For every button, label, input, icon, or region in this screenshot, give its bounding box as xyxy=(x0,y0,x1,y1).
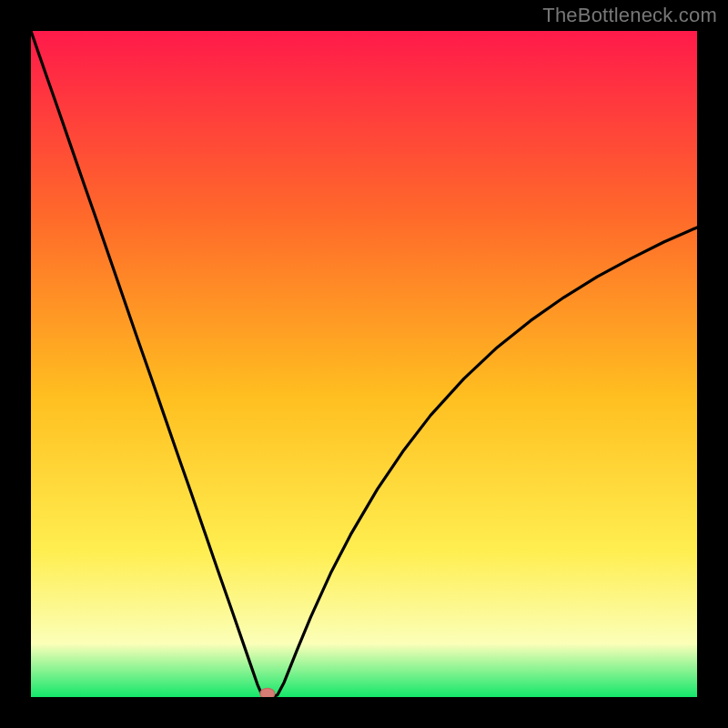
chart-frame: TheBottleneck.com xyxy=(0,0,728,728)
watermark-text: TheBottleneck.com xyxy=(542,4,717,27)
bottleneck-chart xyxy=(31,31,697,697)
plot-area xyxy=(31,31,697,697)
gradient-background xyxy=(31,31,697,697)
optimal-point-marker xyxy=(260,688,275,697)
